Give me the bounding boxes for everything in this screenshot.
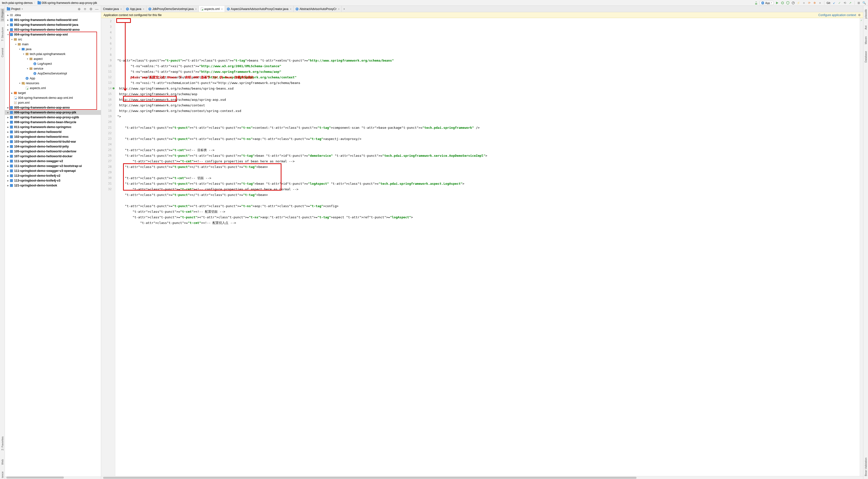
tree-row[interactable]: aspects.xml bbox=[5, 86, 101, 91]
code-editor[interactable]: pdai: aop 配置定义在 Beans 下，表明 AOP 是基于 IOC 的… bbox=[115, 18, 860, 476]
tree-row[interactable]: 113-springboot-demo-knife4j-v2 bbox=[5, 173, 101, 178]
line-number[interactable]: 4 bbox=[101, 30, 115, 35]
tree-row[interactable]: main bbox=[5, 42, 101, 47]
tree-arrow[interactable] bbox=[7, 19, 9, 21]
tree-arrow[interactable] bbox=[26, 58, 29, 60]
tree-row[interactable]: .idea bbox=[5, 13, 101, 18]
line-number[interactable]: 16 bbox=[101, 97, 115, 102]
tree-arrow[interactable] bbox=[7, 179, 9, 182]
editor-tab[interactable]: aspects.xml× bbox=[199, 6, 225, 12]
tree-row[interactable]: 011-spring-framework-demo-springmvc bbox=[5, 125, 101, 130]
hide-icon[interactable]: — bbox=[95, 7, 99, 11]
line-number[interactable]: 24 bbox=[101, 142, 115, 147]
tree-arrow[interactable] bbox=[11, 38, 13, 41]
code-line[interactable] bbox=[117, 198, 860, 203]
editor-tab[interactable]: CJdkProxyDemoServiceImpl.java× bbox=[147, 6, 199, 12]
tree-row[interactable]: aspect bbox=[5, 57, 101, 61]
code-line[interactable]: "t-attr">class"t-punct">="t-punct"><"t-a… bbox=[117, 203, 860, 209]
line-number[interactable]: 6 bbox=[101, 41, 115, 46]
error-stripe[interactable]: ✓ bbox=[860, 18, 863, 476]
tree-row[interactable]: 007-spring-framework-demo-aop-proxy-cgli… bbox=[5, 115, 101, 120]
coverage-icon[interactable] bbox=[786, 1, 790, 5]
persistence-tool-tab[interactable]: tence bbox=[0, 471, 4, 479]
code-line[interactable]: "t-attr">class"t-punct">="t-cmt"><!-- 配置… bbox=[117, 220, 860, 226]
tree-arrow[interactable] bbox=[7, 116, 9, 118]
tree-row[interactable]: 005-spring-framework-demo-aop-anno bbox=[5, 105, 101, 110]
tree-arrow[interactable] bbox=[7, 33, 9, 36]
collapse-icon[interactable]: ≑ bbox=[83, 7, 87, 11]
tree-arrow[interactable] bbox=[7, 126, 9, 128]
tree-arrow[interactable] bbox=[7, 140, 9, 143]
line-number[interactable]: 22 bbox=[101, 131, 115, 136]
profile-icon[interactable] bbox=[791, 1, 795, 5]
tree-arrow[interactable] bbox=[26, 67, 29, 70]
tree-row[interactable]: 001-spring-framework-demo-helloworld-xml bbox=[5, 18, 101, 23]
tree-arrow[interactable] bbox=[7, 170, 9, 172]
tree-row[interactable]: service bbox=[5, 66, 101, 71]
tree-arrow[interactable] bbox=[7, 160, 9, 162]
jrebel-icon[interactable]: ⟳ bbox=[807, 1, 811, 5]
line-number[interactable]: 28 bbox=[101, 164, 115, 170]
run-icon[interactable] bbox=[775, 1, 779, 5]
tree-arrow[interactable] bbox=[7, 174, 9, 177]
tree-row[interactable]: 102-springboot-demo-helloworld-mvc bbox=[5, 134, 101, 139]
code-line[interactable]: "t-attr">class"t-punct">="t-cmt"><!-- co… bbox=[117, 159, 860, 164]
tree-arrow[interactable] bbox=[7, 131, 9, 133]
close-icon[interactable]: × bbox=[338, 7, 339, 10]
code-line[interactable]: "t-attr">class"t-punct">="t-punct"></"t-… bbox=[117, 192, 860, 198]
line-number[interactable]: 12 bbox=[101, 74, 115, 80]
line-number[interactable]: 8 bbox=[101, 52, 115, 58]
code-line[interactable] bbox=[117, 226, 860, 231]
tree-arrow[interactable] bbox=[7, 145, 9, 148]
tree-row[interactable]: target bbox=[5, 91, 101, 95]
tree-row[interactable]: 111-springboot-demo-swagger-v2-bootstrap… bbox=[5, 164, 101, 168]
favorites-tool-tab[interactable]: 2: Favorites bbox=[0, 436, 4, 451]
editor-tab[interactable]: CApp.java× bbox=[124, 6, 147, 12]
tree-row[interactable]: 103-springboot-demo-helloworld-build-war bbox=[5, 139, 101, 144]
tree-row[interactable]: 008-spring-framework-demo-bean-lifecycle bbox=[5, 120, 101, 125]
jrebel-debug-icon[interactable]: ✻ bbox=[813, 1, 816, 5]
line-number[interactable]: 23 bbox=[101, 136, 115, 142]
line-number[interactable]: 20 bbox=[101, 119, 115, 125]
code-line[interactable]: "t-attr">class"t-punct">="t-cmt"><!-- 配置… bbox=[117, 209, 860, 214]
line-number[interactable]: 10 bbox=[101, 63, 115, 69]
code-line[interactable]: "t-attr">class"t-punct">="t-punct"><"t-a… bbox=[117, 214, 860, 220]
git-push-icon[interactable]: ↗ bbox=[848, 1, 852, 5]
tree-row[interactable]: 105-springboot-demo-helloworld-undertow bbox=[5, 149, 101, 154]
tree-row[interactable]: 107-springboot-demo-helloworld-docker bbox=[5, 154, 101, 159]
tree-scrollbar[interactable] bbox=[5, 476, 101, 479]
line-number[interactable]: 18 bbox=[101, 108, 115, 114]
line-number[interactable]: 31 bbox=[101, 181, 115, 186]
tree-row[interactable]: CAopDemoServiceImpl bbox=[5, 71, 101, 76]
bean-validation-tool-tab[interactable]: Bean Validation bbox=[864, 456, 868, 477]
line-number[interactable]: 2 bbox=[101, 19, 115, 24]
tree-row[interactable]: src bbox=[5, 37, 101, 42]
code-line[interactable]: "t-attr">class"t-punct">="t-punct"><"t-a… bbox=[117, 153, 860, 159]
line-number[interactable]: 7 bbox=[101, 46, 115, 52]
project-view-selector[interactable]: Project bbox=[7, 7, 75, 11]
commit-tool-tab[interactable]: Commit bbox=[0, 47, 4, 58]
tree-row[interactable]: CApp bbox=[5, 76, 101, 81]
maven-tool-tab[interactable]: Maven bbox=[864, 35, 868, 45]
code-line[interactable]: "t-ns">xmlns:"t-attr">aop"t-punct">="htt… bbox=[117, 69, 860, 74]
line-number[interactable]: 17 bbox=[101, 102, 115, 108]
code-line[interactable]: http://www.springframework.org/schema/co… bbox=[117, 102, 860, 108]
code-line[interactable]: "t-attr">class"t-punct">="t-punct"><"t-a… bbox=[117, 181, 860, 186]
tree-row[interactable]: resources bbox=[5, 81, 101, 86]
tree-arrow[interactable] bbox=[23, 53, 25, 55]
settings-gear-icon[interactable]: ⚙ bbox=[89, 7, 93, 11]
code-line[interactable]: "t-ns">xmlns:"t-attr">xsi"t-punct">="htt… bbox=[117, 63, 860, 69]
tree-arrow[interactable] bbox=[7, 150, 9, 152]
banner-configure-link[interactable]: Configure application context bbox=[818, 13, 856, 17]
tree-row[interactable]: tech.pdai.springframework bbox=[5, 52, 101, 57]
editor-tab[interactable]: CAbstractAdvisorAutoProxyCr× bbox=[293, 6, 342, 12]
settings-icon[interactable]: ⊞ bbox=[857, 1, 861, 5]
code-line[interactable]: "t-attr">class"t-punct">="t-cmt"><!-- 切面… bbox=[117, 175, 860, 181]
tree-arrow[interactable] bbox=[7, 165, 9, 167]
tree-row[interactable]: 111-springboot-demo-swagger-v2 bbox=[5, 159, 101, 164]
git-update-icon[interactable]: ↙ bbox=[832, 1, 836, 5]
line-number[interactable]: 11 bbox=[101, 69, 115, 74]
tree-row[interactable]: 003-spring-framework-demo-helloworld-ann… bbox=[5, 27, 101, 32]
code-line[interactable]: "t-attr">class"t-punct">="t-cmt"><!-- co… bbox=[117, 186, 860, 192]
code-line[interactable]: "t-ns">xsi:"t-attr">schemaLocation"t-pun… bbox=[117, 80, 860, 86]
